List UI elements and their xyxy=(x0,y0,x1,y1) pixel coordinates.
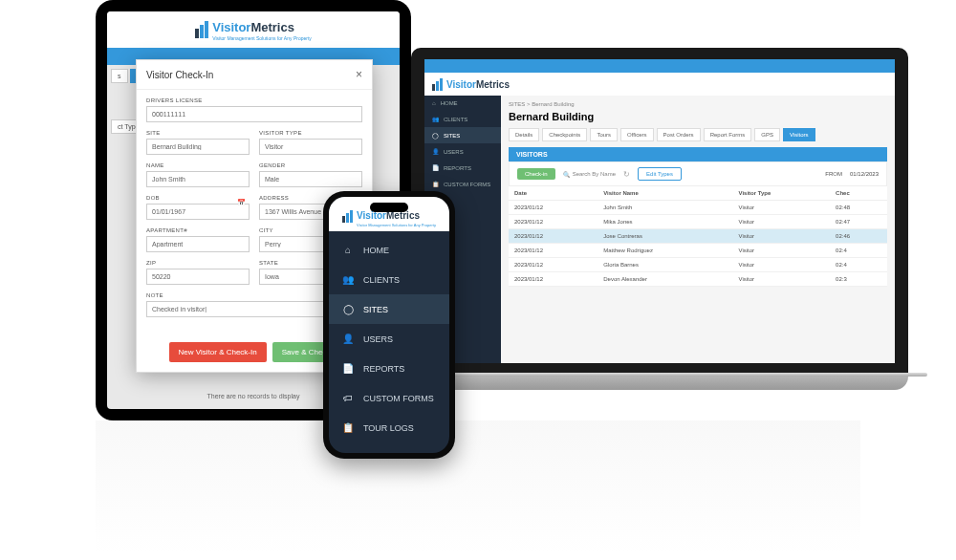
sidebar-item-reports[interactable]: 📄REPORTS xyxy=(424,160,501,176)
tablet-tab-blank[interactable]: s xyxy=(111,69,128,83)
phone-menu-tour-logs[interactable]: 📋TOUR LOGS xyxy=(329,413,449,442)
laptop-screen: VisitorMetrics ⌂HOME👥CLIENTS◯SITES👤USERS… xyxy=(424,59,895,363)
apartment-label: APARTMENT# xyxy=(146,227,250,233)
table-row[interactable]: 2023/01/12Mika JonesVisitor02:47 xyxy=(509,215,887,229)
search-icon: 🔍 xyxy=(563,171,570,178)
sidebar-item-clients[interactable]: 👥CLIENTS xyxy=(424,111,501,127)
nav-icon: ⌂ xyxy=(432,100,436,106)
cell-name: Matthew Rodriguez xyxy=(598,244,732,258)
tab-gps[interactable]: GPS xyxy=(754,128,780,141)
cell-date: 2023/01/12 xyxy=(509,229,598,244)
visitor-type-input[interactable] xyxy=(259,139,362,155)
cell-chk: 02:4 xyxy=(830,258,887,272)
apartment-input[interactable] xyxy=(146,236,250,252)
phone-menu: ⌂HOME👥CLIENTS◯SITES👤USERS📄REPORTS🏷CUSTOM… xyxy=(329,231,449,453)
logo-icon xyxy=(195,21,208,38)
tab-details[interactable]: Details xyxy=(509,128,539,141)
table-row[interactable]: 2023/01/12Gloria BarnesVisitor02:4 xyxy=(509,258,887,272)
laptop-frame: VisitorMetrics ⌂HOME👥CLIENTS◯SITES👤USERS… xyxy=(411,48,908,373)
tab-report-forms[interactable]: Report Forms xyxy=(704,128,752,141)
phone-menu-users[interactable]: 👤USERS xyxy=(329,324,449,354)
laptop-topbar xyxy=(424,59,895,73)
modal-title: Visitor Check-In xyxy=(146,70,213,80)
menu-icon: 👥 xyxy=(342,274,354,285)
cell-type: Visitor xyxy=(733,258,831,272)
page-tabs: DetailsCheckpointsToursOfficersPost Orde… xyxy=(509,128,887,141)
nav-icon: ◯ xyxy=(432,132,439,139)
gender-input[interactable] xyxy=(259,171,362,187)
menu-label: USERS xyxy=(363,334,393,344)
table-row[interactable]: 2023/01/12Matthew RodriguezVisitor02:4 xyxy=(509,244,887,258)
site-input[interactable] xyxy=(146,139,250,155)
phone-menu-custom-forms[interactable]: 🏷CUSTOM FORMS xyxy=(329,383,449,413)
dob-input[interactable] xyxy=(146,204,250,220)
table-row[interactable]: 2023/01/12John SmithVisitor02:48 xyxy=(509,201,887,215)
phone-menu-multi-site-tours[interactable]: 📑MULTI SITE TOURS xyxy=(329,442,449,453)
cell-name: Devon Alexander xyxy=(598,272,732,287)
modal-header: Visitor Check-In × xyxy=(137,60,372,90)
menu-label: CLIENTS xyxy=(363,275,400,285)
nav-icon: 📋 xyxy=(432,181,439,187)
drivers-license-input[interactable] xyxy=(146,106,362,122)
refresh-icon[interactable]: ↻ xyxy=(623,170,630,179)
brand-name1: Visitor xyxy=(212,20,250,34)
breadcrumb-sites[interactable]: SITES xyxy=(509,101,525,107)
checkin-button[interactable]: Check-in xyxy=(517,168,555,180)
col-header: Visitor Type xyxy=(733,186,831,201)
cell-chk: 02:3 xyxy=(830,272,887,287)
col-header: Visitor Name xyxy=(598,186,732,201)
from-label: FROM xyxy=(825,171,842,177)
calendar-icon[interactable]: 📅 xyxy=(237,199,246,206)
nav-label: HOME xyxy=(441,100,458,106)
nav-icon: 📄 xyxy=(432,164,439,171)
cell-chk: 02:47 xyxy=(830,215,887,229)
brand-name2: Metrics xyxy=(476,79,510,90)
toolbar: Check-in 🔍 Search By Name ↻ Edit Types F… xyxy=(509,162,887,186)
sidebar-item-sites[interactable]: ◯SITES xyxy=(424,127,501,143)
menu-icon: 📄 xyxy=(342,363,354,374)
from-date[interactable]: 01/12/2023 xyxy=(850,171,879,177)
table-row[interactable]: 2023/01/12Devon AlexanderVisitor02:3 xyxy=(509,272,887,287)
menu-label: HOME xyxy=(363,246,389,255)
search-box[interactable]: 🔍 Search By Name xyxy=(563,171,616,178)
breadcrumb-current: Bernard Building xyxy=(532,101,574,107)
site-label: SITE xyxy=(146,130,250,136)
phone-menu-clients[interactable]: 👥CLIENTS xyxy=(329,265,449,294)
menu-icon: ◯ xyxy=(342,304,354,314)
phone-notch xyxy=(370,203,408,212)
zip-input[interactable] xyxy=(146,269,250,285)
sidebar-item-custom-forms[interactable]: 📋CUSTOM FORMS xyxy=(424,176,501,192)
tab-visitors[interactable]: Visitors xyxy=(783,128,815,141)
new-visitor-button[interactable]: New Visitor & Check-In xyxy=(169,342,267,362)
name-input[interactable] xyxy=(146,171,250,187)
menu-label: SITES xyxy=(363,305,388,314)
tab-checkpoints[interactable]: Checkpoints xyxy=(542,128,587,141)
tab-post-orders[interactable]: Post Orders xyxy=(657,128,701,141)
brand-logo: VisitorMetrics Visitor Management Soluti… xyxy=(195,18,312,41)
cell-date: 2023/01/12 xyxy=(509,201,598,215)
logo-icon xyxy=(342,210,353,223)
phone-menu-reports[interactable]: 📄REPORTS xyxy=(329,354,449,383)
name-label: NAME xyxy=(146,162,250,168)
laptop-base xyxy=(411,373,908,390)
table-row[interactable]: 2023/01/12Jose ContrerasVisitor02:46 xyxy=(509,229,887,244)
sidebar-item-users[interactable]: 👤USERS xyxy=(424,143,501,160)
menu-label: CUSTOM FORMS xyxy=(363,394,434,403)
cell-type: Visitor xyxy=(733,272,831,287)
cell-date: 2023/01/12 xyxy=(509,258,598,272)
close-icon[interactable]: × xyxy=(356,68,362,81)
sidebar-item-home[interactable]: ⌂HOME xyxy=(424,96,501,111)
tablet-logo-bar: VisitorMetrics Visitor Management Soluti… xyxy=(107,11,400,48)
edit-types-button[interactable]: Edit Types xyxy=(638,167,682,181)
col-header: Date xyxy=(509,186,598,201)
phone-menu-home[interactable]: ⌂HOME xyxy=(329,235,449,265)
logo-icon xyxy=(432,78,443,91)
menu-label: MULTI SITE TOURS xyxy=(363,452,436,453)
laptop-main: SITES > Bernard Building Bernard Buildin… xyxy=(501,96,895,363)
tab-tours[interactable]: Tours xyxy=(590,128,618,141)
brand-name2: Metrics xyxy=(250,20,294,34)
zip-label: ZIP xyxy=(146,260,250,266)
laptop-device: VisitorMetrics ⌂HOME👥CLIENTS◯SITES👤USERS… xyxy=(411,48,908,390)
tab-officers[interactable]: Officers xyxy=(620,128,654,141)
phone-menu-sites[interactable]: ◯SITES xyxy=(329,294,449,324)
